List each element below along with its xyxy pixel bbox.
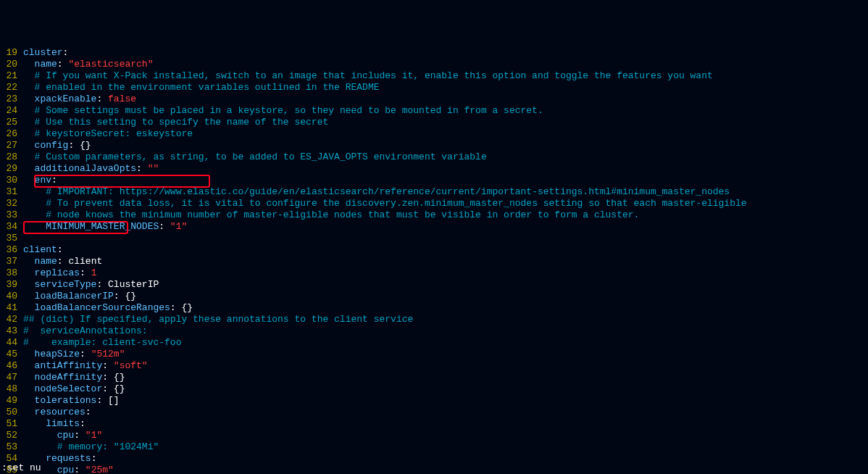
line-number: 24 — [0, 105, 17, 117]
line-number: 45 — [0, 349, 17, 360]
code-line[interactable]: 55 cpu: "25m" — [0, 465, 868, 474]
code-content: limits: — [23, 418, 85, 430]
code-line[interactable]: 38 replicas: 1 — [0, 267, 868, 279]
code-content: name: "elasticsearch" — [23, 59, 153, 70]
line-number: 30 — [0, 175, 17, 186]
line-number: 27 — [0, 140, 17, 151]
line-number: 25 — [0, 117, 17, 128]
code-line[interactable]: 50 resources: — [0, 407, 868, 418]
code-content: ## (dict) If specified, apply these anno… — [23, 314, 413, 325]
line-number: 49 — [0, 395, 17, 407]
code-content: # node knows the minimum number of maste… — [23, 209, 639, 221]
code-line[interactable]: 32 # To prevent data loss, it is vital t… — [0, 198, 868, 209]
code-line[interactable]: 30 env: — [0, 175, 868, 186]
code-line[interactable]: 25 # Use this setting to specify the nam… — [0, 117, 868, 128]
code-content: loadBalancerIP: {} — [23, 291, 136, 302]
line-number: 26 — [0, 128, 17, 140]
line-number: 39 — [0, 279, 17, 291]
code-content: resources: — [23, 407, 91, 418]
code-content: cpu: "1" — [23, 430, 102, 441]
line-number: 51 — [0, 418, 17, 430]
code-line[interactable]: 34 MINIMUM_MASTER_NODES: "1" — [0, 221, 868, 233]
code-line[interactable]: 23 xpackEnable: false — [0, 93, 868, 105]
line-number: 50 — [0, 407, 17, 418]
code-line[interactable]: 45 heapSize: "512m" — [0, 349, 868, 360]
code-content: # Use this setting to specify the name o… — [23, 117, 328, 128]
line-number: 40 — [0, 291, 17, 302]
code-line[interactable]: 42## (dict) If specified, apply these an… — [0, 314, 868, 325]
code-content: # example: client-svc-foo — [23, 337, 181, 349]
code-line[interactable]: 52 cpu: "1" — [0, 430, 868, 441]
code-line[interactable]: 41 loadBalancerSourceRanges: {} — [0, 302, 868, 314]
code-content: # IMPORTANT: https://www.elastic.co/guid… — [23, 186, 730, 198]
code-content: nodeAffinity: {} — [23, 372, 125, 383]
code-content: # Custom parameters, as string, to be ad… — [23, 151, 487, 163]
code-line[interactable]: 24 # Some settings must be placed in a k… — [0, 105, 868, 117]
code-line[interactable]: 28 # Custom parameters, as string, to be… — [0, 151, 868, 163]
line-number: 23 — [0, 93, 17, 105]
line-number: 47 — [0, 372, 17, 383]
code-content: name: client — [23, 256, 102, 267]
line-number: 52 — [0, 430, 17, 441]
code-line[interactable]: 36client: — [0, 244, 868, 256]
code-line[interactable]: 48 nodeSelector: {} — [0, 383, 868, 395]
code-line[interactable]: 33 # node knows the minimum number of ma… — [0, 209, 868, 221]
code-content: env: — [23, 175, 57, 186]
code-content: xpackEnable: false — [23, 93, 136, 105]
code-content: heapSize: "512m" — [23, 349, 125, 360]
code-line[interactable]: 54 requests: — [0, 453, 868, 465]
line-number: 41 — [0, 302, 17, 314]
code-content: loadBalancerSourceRanges: {} — [23, 302, 193, 314]
code-line[interactable]: 49 tolerations: [] — [0, 395, 868, 407]
line-number: 53 — [0, 441, 17, 453]
line-number: 21 — [0, 70, 17, 82]
code-content: config: {} — [23, 140, 91, 151]
code-line[interactable]: 47 nodeAffinity: {} — [0, 372, 868, 383]
code-line[interactable]: 43# serviceAnnotations: — [0, 325, 868, 337]
code-line[interactable]: 53 # memory: "1024Mi" — [0, 441, 868, 453]
code-line[interactable]: 21 # If you want X-Pack installed, switc… — [0, 70, 868, 82]
code-line[interactable]: 40 loadBalancerIP: {} — [0, 291, 868, 302]
line-number: 34 — [0, 221, 17, 233]
line-number: 19 — [0, 47, 17, 59]
code-line[interactable]: 26 # keystoreSecret: eskeystore — [0, 128, 868, 140]
code-editor[interactable]: 19cluster:20 name: "elasticsearch"21 # I… — [0, 46, 868, 474]
status-line: :set nu — [0, 462, 41, 474]
code-line[interactable]: 46 antiAffinity: "soft" — [0, 360, 868, 372]
code-content: serviceType: ClusterIP — [23, 279, 159, 291]
line-number: 28 — [0, 151, 17, 163]
line-number: 37 — [0, 256, 17, 267]
code-line[interactable]: 44# example: client-svc-foo — [0, 337, 868, 349]
code-line[interactable]: 31 # IMPORTANT: https://www.elastic.co/g… — [0, 186, 868, 198]
code-content: MINIMUM_MASTER_NODES: "1" — [23, 221, 187, 233]
code-line[interactable]: 39 serviceType: ClusterIP — [0, 279, 868, 291]
code-line[interactable]: 51 limits: — [0, 418, 868, 430]
code-content: # memory: "1024Mi" — [23, 441, 159, 453]
code-line[interactable]: 22 # enabled in the environment variable… — [0, 82, 868, 93]
code-line[interactable]: 35 — [0, 233, 868, 244]
line-number: 35 — [0, 233, 17, 244]
code-content: nodeSelector: {} — [23, 383, 125, 395]
line-number: 22 — [0, 82, 17, 93]
code-content: cluster: — [23, 47, 68, 59]
code-content: # keystoreSecret: eskeystore — [23, 128, 193, 140]
line-number: 33 — [0, 209, 17, 221]
code-line[interactable]: 27 config: {} — [0, 140, 868, 151]
code-content: replicas: 1 — [23, 267, 96, 279]
code-content: # Some settings must be placed in a keys… — [23, 105, 543, 117]
line-number: 46 — [0, 360, 17, 372]
line-number: 44 — [0, 337, 17, 349]
code-content: client: — [23, 244, 63, 256]
code-content: # To prevent data loss, it is vital to c… — [23, 198, 747, 209]
line-number: 29 — [0, 163, 17, 175]
code-line[interactable]: 19cluster: — [0, 47, 868, 59]
code-content: # If you want X-Pack installed, switch t… — [23, 70, 713, 82]
line-number: 43 — [0, 325, 17, 337]
code-line[interactable]: 29 additionalJavaOpts: "" — [0, 163, 868, 175]
code-line[interactable]: 20 name: "elasticsearch" — [0, 59, 868, 70]
line-number: 36 — [0, 244, 17, 256]
line-number: 42 — [0, 314, 17, 325]
code-line[interactable]: 37 name: client — [0, 256, 868, 267]
code-content: tolerations: [] — [23, 395, 120, 407]
line-number: 32 — [0, 198, 17, 209]
